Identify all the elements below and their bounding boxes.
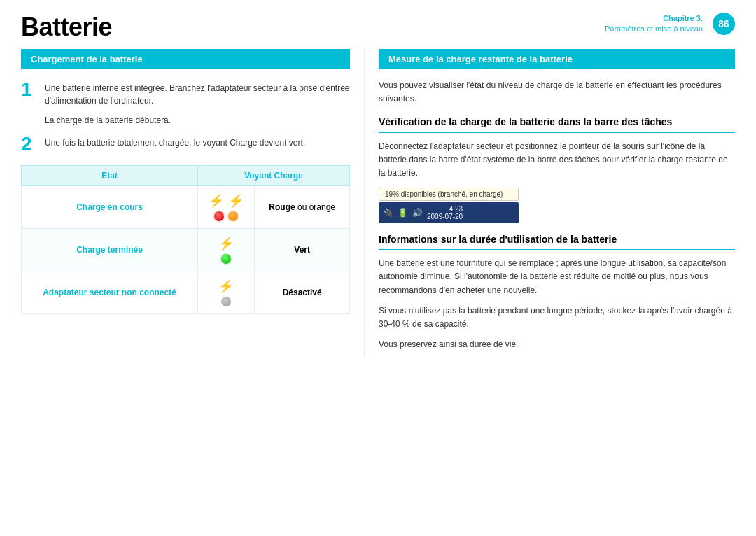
step-2-number: 2 — [21, 134, 38, 155]
status-desactive: Désactivé — [283, 288, 322, 297]
subsection2-text2: Si vous n'utilisez pas la batterie penda… — [379, 304, 735, 331]
right-column: Mesure de la charge restante de la batte… — [364, 49, 735, 358]
status-charge-terminee: Vert — [255, 228, 350, 271]
table-row: Adaptateur secteur non connecté ⚡ Désact… — [22, 271, 350, 313]
subsection2-text3: Vous préservez ainsi sa durée de vie. — [379, 338, 735, 351]
subsection2-text1: Une batterie est une fourniture qui se r… — [379, 257, 735, 297]
state-charge-terminee: Charge terminée — [22, 228, 198, 271]
plug-icon-4: ⚡ — [218, 278, 234, 294]
battery-time: 4:23 2009-07-20 — [427, 205, 463, 220]
taskbar-icon-1: 🔌 — [383, 208, 393, 218]
led-gray — [221, 297, 231, 306]
subsection1-title: Vérification de la charge de la batterie… — [379, 115, 735, 133]
led-green — [221, 254, 231, 264]
page: Batterie Chapitre 3. Paramètres et mise … — [0, 0, 756, 536]
status-charge-en-cours: Rouge ou orange — [255, 185, 350, 228]
step-1-text: Une batterie interne est intégrée. Branc… — [45, 79, 350, 107]
battery-screenshot-container: 19% disponibles (branché, en charge) 🔌 🔋… — [379, 188, 735, 223]
plug-icon-2: ⚡ — [228, 193, 244, 209]
step-2-text: Une fois la batterie totalement chargée,… — [45, 134, 305, 155]
table-col-state: Etat — [22, 165, 198, 185]
icons-charge-terminee: ⚡ — [198, 228, 255, 271]
icons-adaptateur: ⚡ — [198, 271, 255, 313]
step-2: 2 Une fois la batterie totalement chargé… — [21, 134, 350, 155]
status-ou-orange: ou orange — [295, 202, 335, 212]
state-charge-en-cours: Charge en cours — [22, 185, 198, 228]
led-red — [214, 211, 224, 221]
right-intro: Vous pouvez visualiser l'état du niveau … — [379, 79, 735, 106]
step-1-sub: La charge de la batterie débutera. — [45, 114, 350, 127]
taskbar-bar: 🔌 🔋 🔊 4:23 2009-07-20 — [379, 202, 519, 223]
led-orange — [228, 211, 238, 221]
left-column: Chargement de la batterie 1 Une batterie… — [21, 49, 364, 358]
page-number: 86 — [713, 13, 735, 35]
status-vert: Vert — [294, 245, 310, 255]
subsection2-title: Informations sur la durée d'utilisation … — [379, 233, 735, 251]
chapter-label: Chapitre 3. — [605, 13, 703, 24]
page-title: Batterie — [21, 13, 112, 42]
date-display: 2009-07-20 — [427, 213, 463, 220]
table-row: Charge terminée ⚡ Vert — [22, 228, 350, 271]
status-adaptateur: Désactivé — [255, 271, 350, 313]
icons-charge-en-cours: ⚡ ⚡ — [198, 185, 255, 228]
chapter-info: Chapitre 3. Paramètres et mise à niveau — [605, 13, 703, 35]
battery-tooltip: 19% disponibles (branché, en charge) — [379, 188, 519, 201]
main-content: Chargement de la batterie 1 Une batterie… — [0, 49, 756, 358]
subsection1-text: Déconnectez l'adaptateur secteur et posi… — [379, 140, 735, 181]
page-header: Batterie Chapitre 3. Paramètres et mise … — [0, 0, 756, 49]
chapter-sub: Paramètres et mise à niveau — [605, 24, 703, 34]
right-section-header: Mesure de la charge restante de la batte… — [379, 49, 735, 69]
taskbar-icon-3: 🔊 — [412, 208, 423, 218]
battery-screenshot: 19% disponibles (branché, en charge) 🔌 🔋… — [379, 188, 519, 223]
state-adaptateur: Adaptateur secteur non connecté — [22, 271, 198, 313]
time-display: 4:23 — [427, 205, 463, 213]
step-1: 1 Une batterie interne est intégrée. Bra… — [21, 79, 350, 107]
taskbar-icon-2: 🔋 — [398, 208, 408, 218]
plug-icon-3: ⚡ — [218, 236, 234, 251]
status-bold-rouge: Rouge — [269, 202, 295, 212]
table-col-voyant: Voyant Charge — [198, 165, 350, 185]
table-row: Charge en cours ⚡ ⚡ — [22, 185, 350, 228]
left-section-header: Chargement de la batterie — [21, 49, 350, 69]
plug-icon-1: ⚡ — [209, 193, 224, 209]
step-1-number: 1 — [21, 79, 38, 107]
battery-table: Etat Voyant Charge Charge en cours ⚡ — [21, 165, 350, 314]
